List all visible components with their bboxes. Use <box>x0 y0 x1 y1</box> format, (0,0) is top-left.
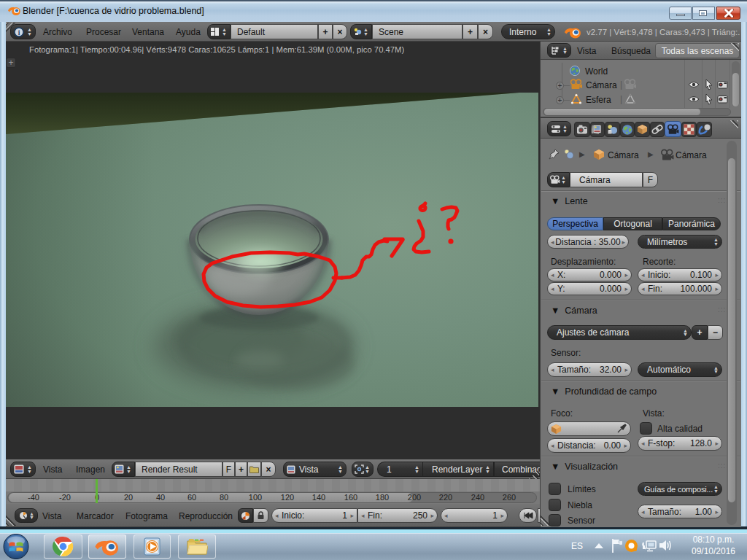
svg-text:i: i <box>18 28 20 36</box>
